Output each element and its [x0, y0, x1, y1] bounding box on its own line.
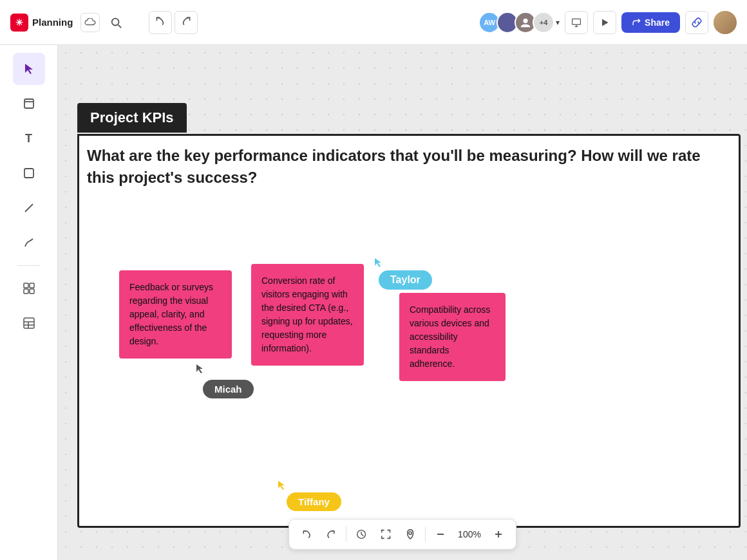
svg-rect-15 [24, 318, 34, 328]
minus-icon [436, 530, 445, 539]
shape-icon [23, 167, 35, 179]
taylor-name: Taylor [390, 274, 421, 285]
share-label: Share [645, 17, 670, 28]
svg-point-2 [523, 18, 527, 23]
micah-name: Micah [214, 384, 242, 395]
user-icon [520, 17, 531, 28]
clock-icon [356, 529, 366, 539]
zoom-in-button[interactable] [486, 522, 511, 546]
grid-icon [23, 282, 35, 295]
svg-rect-12 [30, 283, 34, 288]
table-icon [23, 317, 35, 330]
frame-question-text: What are the key performance indicators … [87, 145, 728, 188]
present-button[interactable] [565, 11, 588, 34]
select-tool[interactable] [13, 53, 45, 85]
link-icon [692, 17, 702, 28]
sticky-note-3[interactable]: Compatibility across various devices and… [399, 293, 506, 381]
pen-tool[interactable] [13, 227, 45, 259]
text-icon: T [25, 132, 32, 145]
cursor-pointer-tiffany [277, 480, 286, 490]
tool-divider [17, 265, 41, 266]
present-icon [571, 17, 582, 28]
frame-title: Project KPIs [77, 103, 187, 133]
right-toolbar: AW +4 ▾ [478, 11, 747, 34]
grid-tool[interactable] [13, 272, 45, 304]
app-logo-area: ✳ Planning [0, 13, 136, 32]
sticky-note-2[interactable]: Conversion rate of visitors engaging wit… [251, 264, 364, 366]
frame-icon [23, 97, 35, 110]
svg-rect-14 [30, 289, 34, 294]
bottom-toolbar: 100% [288, 519, 516, 550]
micah-cursor-arrow [195, 364, 204, 376]
frame-tool[interactable] [13, 88, 45, 120]
svg-rect-7 [24, 99, 33, 108]
left-toolbar: T [0, 45, 58, 560]
share-button[interactable]: Share [621, 12, 680, 33]
table-tool[interactable] [13, 307, 45, 339]
canvas-area[interactable]: Project KPIs What are the key performanc… [58, 45, 747, 560]
current-user-avatar[interactable] [714, 11, 737, 34]
overflow-count: +4 [540, 19, 548, 26]
taylor-tooltip: Taylor [379, 270, 432, 290]
canvas-undo-button[interactable] [294, 522, 319, 546]
location-button[interactable] [398, 522, 422, 546]
sticky-note-3-text: Compatibility across various devices and… [410, 304, 490, 369]
svg-marker-6 [602, 19, 609, 26]
user-photo [714, 11, 737, 34]
micah-tooltip: Micah [203, 380, 254, 398]
logo-symbol: ✳ [15, 17, 23, 28]
svg-rect-9 [24, 169, 33, 178]
cloud-save-button[interactable] [80, 13, 100, 32]
svg-point-0 [112, 18, 119, 25]
cursor-pointer-micah [195, 364, 204, 374]
svg-rect-3 [572, 19, 581, 24]
svg-rect-13 [24, 289, 28, 294]
play-button[interactable] [593, 11, 616, 34]
play-icon [600, 17, 610, 28]
navigation-arrows [149, 11, 198, 34]
tiffany-cursor-arrow [277, 480, 286, 493]
undo-button[interactable] [149, 11, 172, 34]
pen-icon [23, 237, 35, 248]
svg-point-20 [409, 532, 411, 534]
taylor-cursor-arrow [374, 257, 383, 270]
cursor-icon [23, 62, 35, 75]
undo-icon [155, 16, 165, 26]
history-button[interactable] [349, 522, 374, 546]
plus-icon [494, 530, 503, 539]
search-button[interactable] [106, 13, 126, 32]
toolbar-divider-1 [346, 527, 346, 542]
share-icon [632, 18, 641, 27]
canvas-redo-button[interactable] [319, 522, 343, 546]
text-tool[interactable]: T [13, 122, 45, 154]
tiffany-tooltip: Tiffany [287, 492, 341, 511]
redo-icon-bottom [326, 529, 336, 539]
line-tool[interactable] [13, 192, 45, 224]
sticky-note-1[interactable]: Feedback or surveys regarding the visual… [119, 270, 232, 359]
undo-icon-bottom [301, 529, 312, 539]
app-logo[interactable]: ✳ [10, 14, 28, 32]
svg-line-10 [25, 204, 33, 212]
redo-icon [181, 16, 191, 26]
tiffany-name: Tiffany [298, 496, 330, 507]
link-button[interactable] [685, 11, 708, 34]
search-icon [110, 17, 122, 28]
svg-line-1 [118, 24, 122, 28]
cursor-pointer-taylor [374, 257, 383, 268]
shape-tool[interactable] [13, 157, 45, 189]
sticky-note-1-text: Feedback or surveys regarding the visual… [129, 282, 213, 346]
collaborators-list: AW +4 ▾ [478, 12, 560, 33]
zoom-out-button[interactable] [428, 522, 453, 546]
cloud-icon [84, 18, 96, 27]
app-name: Planning [32, 17, 73, 28]
collaborator-overflow[interactable]: +4 [533, 12, 554, 33]
pin-icon [406, 529, 415, 539]
toolbar-divider-2 [425, 527, 426, 542]
line-icon [23, 202, 35, 214]
zoom-level-display: 100% [453, 529, 486, 539]
expand-icon [381, 529, 391, 539]
redo-button[interactable] [175, 11, 198, 34]
sticky-note-2-text: Conversion rate of visitors engaging wit… [261, 275, 353, 353]
fullscreen-button[interactable] [374, 522, 398, 546]
collaborators-dropdown-button[interactable]: ▾ [556, 18, 560, 27]
